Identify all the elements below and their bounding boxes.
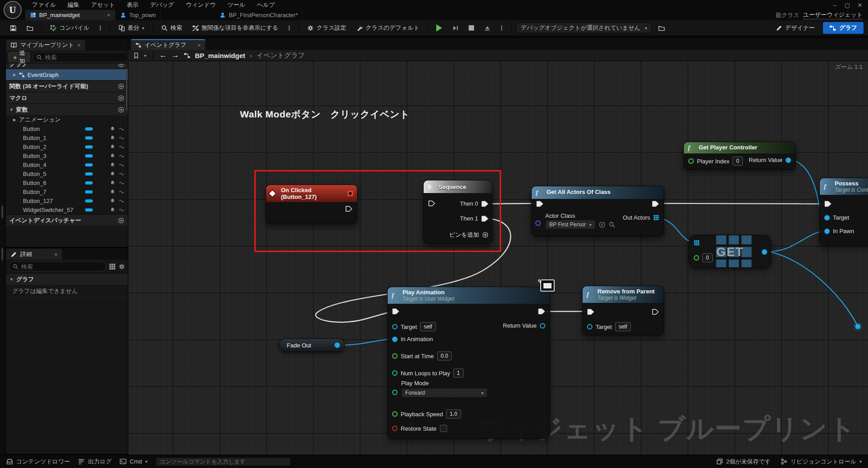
return-value-pin[interactable]: Return Value: [503, 322, 545, 329]
nav-forward-button[interactable]: →: [172, 51, 179, 60]
variable-row[interactable]: Button_7: [6, 187, 128, 196]
restore-state-checkbox[interactable]: [440, 425, 447, 432]
actor-class-pin[interactable]: [535, 220, 541, 226]
class-settings-button[interactable]: クラス設定: [303, 22, 350, 34]
collapsed-tab-handle[interactable]: [1, 248, 3, 261]
my-blueprint-tab[interactable]: マイブループリント ×: [6, 40, 85, 50]
use-selected-icon[interactable]: [599, 221, 606, 228]
target-pin[interactable]: Targetself: [587, 322, 631, 331]
asset-tab-bp-mainwidget[interactable]: BP_mainwidget ×: [25, 10, 115, 20]
designer-button[interactable]: デザイナー: [772, 22, 818, 34]
bell-icon[interactable]: [110, 207, 115, 212]
comment-title[interactable]: Walk Modeボタン クリックイベント: [240, 108, 410, 121]
num-loops-value[interactable]: 1: [453, 369, 464, 378]
exec-out-pin[interactable]: [538, 308, 545, 315]
variable-row[interactable]: Button_4: [6, 160, 128, 169]
exec-in-pin[interactable]: [536, 201, 543, 207]
node-get-all-actors[interactable]: f Get All Actors Of Class Actor Class BP…: [531, 186, 664, 236]
menu-debug[interactable]: デバッグ: [145, 0, 179, 10]
in-pawn-pin[interactable]: In Pawn: [824, 228, 854, 234]
eye-closed-icon[interactable]: [119, 135, 124, 140]
console-input[interactable]: [160, 459, 287, 465]
add-variable-icon[interactable]: [118, 107, 124, 113]
player-index-value[interactable]: 0: [732, 157, 743, 166]
menu-window[interactable]: ウィンドウ: [181, 0, 221, 10]
hide-unrelated-button[interactable]: 無関係な項目を非表示にする: [189, 22, 282, 34]
compile-button[interactable]: コンパイル: [46, 22, 93, 34]
breadcrumb-root[interactable]: BP_mainwidget: [195, 52, 245, 59]
target-pin[interactable]: Target: [824, 214, 849, 221]
bell-icon[interactable]: [110, 135, 115, 140]
target-value[interactable]: self: [615, 322, 631, 331]
variables-section-header[interactable]: ▼ 変数: [6, 104, 128, 115]
variable-row[interactable]: Button_1: [6, 133, 128, 142]
add-function-icon[interactable]: [118, 83, 124, 90]
exec-in-pin[interactable]: [824, 201, 832, 207]
play-options-button[interactable]: ⋮: [497, 25, 506, 32]
variable-row[interactable]: Button_2: [6, 142, 128, 151]
bell-icon[interactable]: [110, 153, 115, 158]
exec-out-pin[interactable]: [652, 309, 659, 315]
index-value[interactable]: 0: [702, 253, 713, 262]
add-graph-icon[interactable]: [118, 64, 124, 68]
tree-item-eventgraph[interactable]: ▶ EventGraph: [6, 69, 128, 80]
details-settings-gear-icon[interactable]: [118, 263, 125, 270]
chevron-down-icon[interactable]: ▾: [144, 53, 146, 58]
actor-class-dropdown[interactable]: BP First Persor▾: [545, 220, 596, 230]
add-dispatcher-icon[interactable]: [118, 217, 124, 224]
exec-in-pin[interactable]: [587, 309, 594, 315]
bell-icon[interactable]: [110, 144, 115, 149]
player-index-pin[interactable]: Player Index0: [688, 157, 743, 166]
bell-icon[interactable]: [110, 162, 115, 167]
add-macro-icon[interactable]: [118, 95, 124, 101]
node-array-get[interactable]: GET 0: [689, 235, 771, 268]
collapsed-tab-handle[interactable]: [1, 206, 3, 218]
my-blueprint-search[interactable]: [32, 52, 128, 62]
element-out-pin[interactable]: [762, 249, 767, 255]
hide-unrelated-options-button[interactable]: ⋮: [285, 25, 294, 32]
collapse-caret-icon[interactable]: ▼: [9, 277, 14, 282]
menu-file[interactable]: ファイル: [27, 0, 61, 10]
variable-row[interactable]: WidgetSwitcher_57: [6, 205, 128, 214]
out-actors-pin[interactable]: Out Actors: [623, 214, 659, 221]
console-command-input-box[interactable]: [156, 457, 291, 466]
index-pin[interactable]: 0: [694, 253, 713, 262]
graph-canvas[interactable]: ズーム 1:1 Walk Modeボタン クリックイベント ウィジェット ブルー…: [128, 61, 868, 454]
target-pin[interactable]: Targetself: [392, 322, 436, 331]
menu-edit[interactable]: 編集: [63, 0, 84, 10]
eye-closed-icon[interactable]: [119, 171, 124, 176]
eye-closed-icon[interactable]: [119, 189, 124, 194]
menu-help[interactable]: ヘルプ: [252, 0, 280, 10]
search-input[interactable]: [21, 263, 102, 270]
browse-search-icon[interactable]: [609, 221, 615, 228]
in-animation-pin[interactable]: In Animation: [392, 336, 433, 342]
bell-icon[interactable]: [110, 126, 115, 131]
debug-object-dropdown[interactable]: デバッグオブジェクトが選択されていません ▾: [516, 22, 652, 33]
details-graph-section[interactable]: ▼ グラフ: [6, 273, 128, 285]
node-possess[interactable]: f Possess Target is Cont Target In Pawn: [819, 178, 868, 245]
return-value-pin[interactable]: Return Value: [749, 157, 791, 163]
variable-row[interactable]: Button_5: [6, 169, 128, 178]
array-in-pin[interactable]: [694, 240, 700, 246]
eye-closed-icon[interactable]: [119, 198, 124, 203]
expand-caret-icon[interactable]: ▶: [13, 117, 16, 122]
target-value[interactable]: self: [420, 322, 436, 331]
restore-state-pin[interactable]: Restore State: [392, 425, 447, 432]
eye-closed-icon[interactable]: [119, 162, 124, 167]
minimize-button[interactable]: –: [829, 2, 840, 9]
bookmark-icon[interactable]: [133, 52, 140, 59]
tab-close-icon[interactable]: ×: [107, 12, 110, 18]
exec-in-pin[interactable]: [392, 308, 399, 315]
eye-closed-icon[interactable]: [119, 180, 124, 185]
play-button[interactable]: [433, 22, 446, 33]
eventgraph-doc-tab[interactable]: イベントグラフ ×: [131, 39, 205, 50]
find-button[interactable]: 検索: [158, 22, 186, 34]
expand-caret-icon[interactable]: ▶: [13, 72, 16, 77]
menu-asset[interactable]: アセット: [86, 0, 120, 10]
eye-closed-icon[interactable]: [119, 126, 124, 131]
eject-button[interactable]: [480, 23, 494, 33]
functions-section-header[interactable]: 関数 (36 オーバーライド可能): [6, 80, 128, 92]
close-button[interactable]: ✕: [854, 2, 865, 9]
eye-closed-icon[interactable]: [119, 153, 124, 158]
playback-speed-value[interactable]: 1.0: [446, 410, 461, 418]
